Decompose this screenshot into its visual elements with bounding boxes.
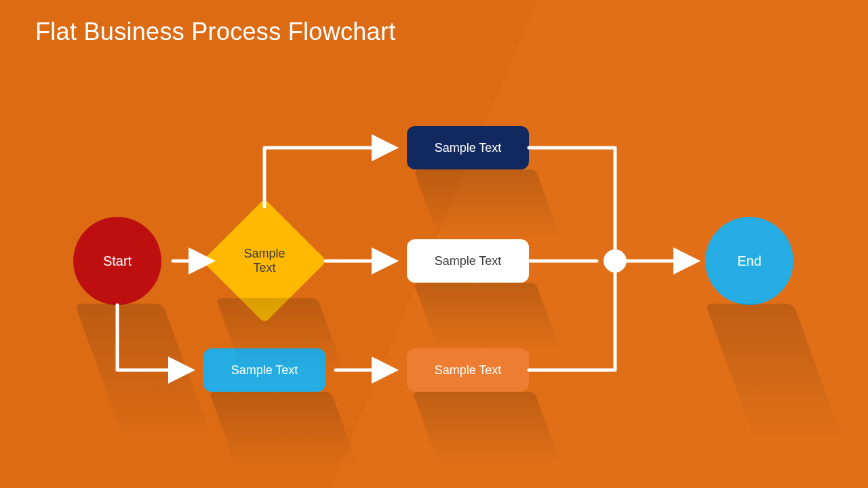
- arrow-start-to-blue: [117, 305, 190, 370]
- connectors: [0, 0, 868, 488]
- slide-title: Flat Business Process Flowchart: [35, 18, 395, 46]
- line-bottom-to-junction: [529, 272, 615, 370]
- line-top-to-junction: [529, 148, 615, 249]
- flowchart-stage: Start Sample Text Sample Text Sample Tex…: [0, 0, 868, 488]
- arrow-decision-to-top: [264, 148, 393, 207]
